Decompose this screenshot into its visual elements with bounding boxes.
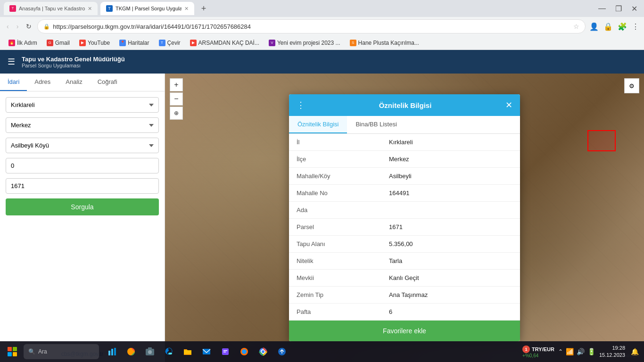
notification-icon[interactable]: 🔔: [629, 346, 640, 357]
title-bar: T Anasayfa | Tapu ve Kadastro Ge... ✕ T …: [0, 0, 644, 17]
il-dropdown[interactable]: Kırklareli: [6, 97, 159, 113]
bookmark-youtube[interactable]: ▶ YouTube: [75, 39, 114, 47]
arsamdan-favicon: ▶: [190, 40, 197, 46]
maximize-button[interactable]: ❐: [612, 3, 625, 14]
sorgu-button[interactable]: Sorgula: [6, 198, 159, 215]
address-text: https://parselsorgu.tkgm.gov.tr/#ara/ida…: [53, 23, 570, 30]
bell-icon: 🔔: [631, 348, 639, 355]
field-label-parsel: Parsel: [289, 219, 381, 236]
taskbar-app-folder[interactable]: [179, 343, 196, 360]
table-row: Parsel 1671: [289, 219, 520, 236]
modal-close-icon[interactable]: ✕: [505, 100, 512, 110]
bookmark-star-icon[interactable]: ☆: [573, 23, 579, 30]
extension-icon[interactable]: 🧩: [618, 22, 627, 31]
bookmark-ilk-adim[interactable]: 🔥 İlk Adım: [5, 39, 41, 47]
modal-menu-icon[interactable]: ⋮: [297, 100, 305, 110]
sidebar: İdari Adres Analiz Coğrafi Kırklareli Me…: [0, 74, 165, 362]
profile-icon[interactable]: 👤: [589, 22, 599, 31]
parsel-input[interactable]: [6, 178, 159, 194]
menu-icon[interactable]: ⋮: [632, 22, 639, 31]
youtube-favicon: ▶: [79, 40, 86, 46]
bookmark-gmail[interactable]: G Gmail: [43, 39, 74, 47]
reload-button[interactable]: ↻: [24, 22, 33, 31]
logo-red: [8, 347, 12, 351]
field-value-ilce: Merkez: [381, 151, 520, 168]
hamburger-menu-icon[interactable]: ☰: [8, 57, 15, 67]
forward-button[interactable]: ›: [15, 22, 21, 31]
mahalle-dropdown[interactable]: Asilbeyli Köyü: [6, 138, 159, 153]
browser-toolbar-icons: 👤 🔒 🧩 ⋮: [589, 22, 639, 31]
taskbar-app-mail[interactable]: [198, 343, 215, 360]
bookmark-yeni-evim[interactable]: V Yeni evim projesi 2023 ...: [265, 39, 344, 47]
field-label-mahallekoy: Mahalle/Köy: [289, 168, 381, 185]
taskbar-app-edge[interactable]: [160, 343, 177, 360]
bookmark-arsamdan[interactable]: ▶ ARSAMDAN KAÇ DAİ...: [186, 39, 263, 47]
modal-tab-oznitelik[interactable]: Öznitelik Bilgisi: [289, 116, 347, 133]
wallet-icon[interactable]: 🔒: [603, 22, 613, 31]
sidebar-tab-analiz[interactable]: Analiz: [58, 74, 90, 91]
yeni-evim-favicon: V: [269, 40, 275, 46]
back-button[interactable]: ‹: [5, 22, 11, 31]
taskbar-app-charts[interactable]: [104, 343, 121, 360]
start-button[interactable]: [4, 343, 21, 360]
wifi-icon[interactable]: 📶: [566, 348, 574, 355]
battery-icon[interactable]: 🔋: [587, 348, 595, 355]
table-row: İlçe Merkez: [289, 151, 520, 168]
search-icon: 🔍: [28, 348, 35, 355]
map-area[interactable]: + − ⊕ ⚙ Google ⋮ Öznitelik Bilgisi ✕: [165, 74, 644, 362]
browser-tab-2[interactable]: T TKGM | Parsel Sorgu Uygulama... ✕: [100, 2, 194, 15]
field-value-mevkii: Kanlı Geçit: [381, 270, 520, 287]
modal-header: ⋮ Öznitelik Bilgisi ✕: [289, 94, 520, 116]
chevron-up-icon[interactable]: ⌃: [558, 348, 563, 355]
svg-rect-1: [111, 349, 113, 355]
favorilere-ekle-button[interactable]: Favorilere ekle: [289, 321, 520, 341]
tab1-close-icon[interactable]: ✕: [88, 6, 92, 12]
taskbar-app-chrome[interactable]: [255, 343, 272, 360]
field-label-tapualani: Tapu Alanı: [289, 236, 381, 253]
taskbar-app-arrow[interactable]: [273, 343, 290, 360]
bookmark-yeni-evim-label: Yeni evim projesi 2023 ...: [277, 40, 340, 46]
ada-input[interactable]: [6, 158, 159, 173]
svg-point-16: [262, 350, 264, 353]
browser-tab-1[interactable]: T Anasayfa | Tapu ve Kadastro Ge... ✕: [4, 2, 98, 15]
table-row: Pafta 6: [289, 304, 520, 321]
lock-icon: 🔒: [43, 24, 50, 30]
clock[interactable]: 19:28 15.12.2023: [599, 345, 625, 359]
field-value-zemintip: Ana Taşınmaz: [381, 287, 520, 304]
taskbar-app-camera[interactable]: [141, 343, 158, 360]
taskbar-search[interactable]: 🔍 Ara: [24, 344, 99, 359]
bookmark-cevir[interactable]: T Çevir: [155, 39, 184, 47]
sidebar-tab-idari[interactable]: İdari: [0, 74, 27, 91]
svg-point-13: [242, 349, 247, 354]
volume-icon[interactable]: 🔊: [577, 348, 585, 355]
field-label-mevkii: Mevkii: [289, 270, 381, 287]
bookmark-haritalar[interactable]: 📍 Haritalar: [116, 39, 153, 47]
ilce-dropdown[interactable]: Merkez: [6, 117, 159, 133]
hane-plusta-favicon: S: [350, 40, 356, 46]
close-button[interactable]: ✕: [628, 3, 640, 14]
table-row: Zemin Tip Ana Taşınmaz: [289, 287, 520, 304]
new-tab-button[interactable]: +: [197, 2, 210, 15]
clock-time: 19:28: [599, 345, 625, 352]
table-row: Ada: [289, 202, 520, 219]
table-row: Mahalle No 164491: [289, 185, 520, 202]
taskbar-right: 1 TRY/EUR +%0,64 ⌃ 📶 🔊 🔋 19:28 15.12.202…: [522, 345, 640, 359]
field-value-ada: [381, 202, 520, 219]
tabs-area: T Anasayfa | Tapu ve Kadastro Ge... ✕ T …: [4, 2, 595, 15]
sidebar-tab-cografi[interactable]: Coğrafi: [90, 74, 125, 91]
field-label-nitelik: Nitelik: [289, 253, 381, 270]
field-value-mahalleno: 164491: [381, 185, 520, 202]
minimize-button[interactable]: —: [595, 3, 609, 14]
taskbar-app-fox[interactable]: [236, 343, 253, 360]
tab2-close-icon[interactable]: ✕: [184, 6, 189, 12]
taskbar-app-color[interactable]: [123, 343, 140, 360]
bookmark-hane-plusta[interactable]: S Hane Plusta Kaçırılma...: [346, 39, 423, 47]
address-bar[interactable]: 🔒 https://parselsorgu.tkgm.gov.tr/#ara/i…: [37, 19, 586, 33]
cevir-favicon: T: [159, 40, 165, 46]
table-row: İl Kırklareli: [289, 134, 520, 151]
sidebar-tab-adres[interactable]: Adres: [27, 74, 58, 91]
field-label-mahalleno: Mahalle No: [289, 185, 381, 202]
svg-rect-11: [223, 352, 226, 353]
modal-tab-bina[interactable]: Bina/BB Listesi: [347, 116, 405, 133]
taskbar-app-tasks[interactable]: [217, 343, 234, 360]
